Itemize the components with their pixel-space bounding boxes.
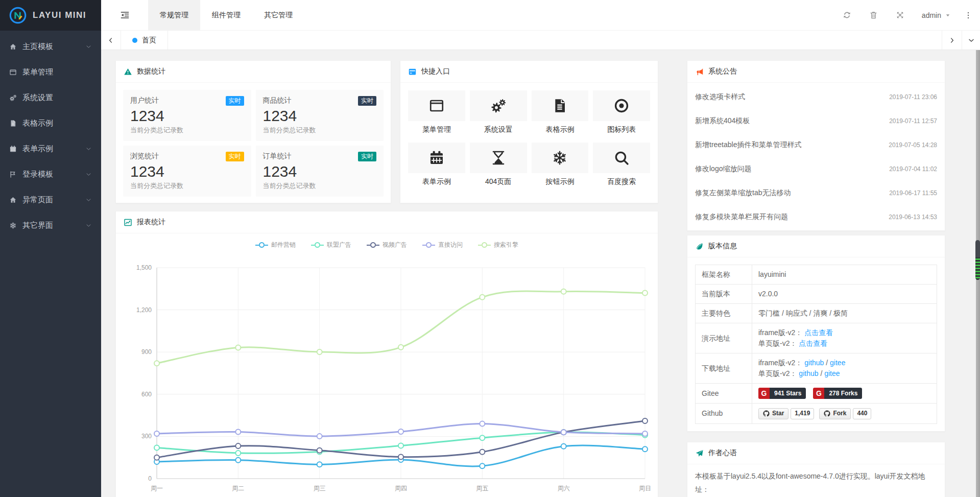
bullhorn-icon [695,67,704,76]
realtime-badge: 实时 [358,96,376,106]
legend-label: 邮件营销 [271,241,296,249]
stat-card-user-stats[interactable]: 用户统计实时1234当前分类总记录数 [123,90,251,141]
sidebar-item-system-settings[interactable]: 系统设置 [0,85,101,110]
nav-item-other-management[interactable]: 其它管理 [252,0,304,30]
github-button-label: Fork [833,408,846,419]
sidebar-item-other-pages[interactable]: 其它界面 [0,212,101,238]
version-row: 下载地址iframe版-v2： github / gitee单页版-v2： gi… [696,353,937,384]
window-icon [408,67,417,76]
collapse-sidebar-button[interactable] [101,0,148,30]
stat-value: 1234 [130,162,244,181]
notice-date: 2019-06-13 14:53 [889,214,937,221]
tabs-scroll-left-button[interactable] [101,31,121,50]
notice-item[interactable]: 新增treetable插件和菜单管理样式2019-07-05 14:28 [695,133,937,157]
chevron-down-icon [85,171,92,178]
tabs-menu-button[interactable] [962,31,980,50]
tabs-scroll-right-button[interactable] [942,31,962,50]
refresh-button[interactable] [834,0,861,30]
stat-value: 1234 [263,162,377,181]
link-点击查看[interactable]: 点击查看 [799,339,827,347]
gitee-badge[interactable]: G278 Forks [813,388,862,399]
quick-item-baidu-search[interactable]: 百度搜索 [593,143,650,186]
author-body: 本模板基于layui2.5.4以及font-awesome-4.7.0进行实现。… [687,464,945,497]
brand-title: LAYUI MINI [33,10,86,20]
stat-title: 浏览统计 [130,152,159,161]
legend-item-1[interactable]: 邮件营销 [255,241,296,249]
legend-item-5[interactable]: 搜索引擎 [478,241,518,249]
gitee-logo-icon: G [758,388,770,399]
github-star-count[interactable]: 1,419 [791,408,814,419]
legend-item-2[interactable]: 联盟广告 [311,241,351,249]
tab-bar: 首页 [101,31,980,50]
svg-text:周二: 周二 [232,485,244,492]
notice-item[interactable]: 新增系统404模板2019-07-11 12:57 [695,109,937,133]
stat-value: 1234 [130,106,244,126]
stat-card-order-stats[interactable]: 订单统计实时1234当前分类总记录数 [256,146,384,197]
author-words-panel: 作者心语 本模板基于layui2.5.4以及font-awesome-4.7.0… [687,442,945,497]
quick-item-system-settings[interactable]: 系统设置 [470,90,527,134]
link-github[interactable]: github [799,369,818,377]
link-gitee[interactable]: gitee [824,369,840,377]
gitee-badge[interactable]: G941 Stars [758,388,806,399]
clear-cache-button[interactable] [861,0,887,30]
brand-logo[interactable]: LAYUI MINI [0,0,101,31]
svg-text:周四: 周四 [395,485,407,492]
notice-item[interactable]: 修改logo缩放问题2019-07-04 11:02 [695,157,937,181]
link-点击查看[interactable]: 点击查看 [804,328,833,337]
quick-item-page-404[interactable]: 404页面 [470,143,527,186]
github-star-button[interactable]: Star [758,408,788,419]
chart-legend: 邮件营销联盟广告视频广告直接访问搜索引擎 [116,241,658,249]
dotcircle-icon [613,98,630,114]
link-github[interactable]: github [804,359,824,367]
version-row-label: 主要特色 [696,304,752,323]
notice-date: 2019-07-11 12:57 [889,117,937,125]
notice-item[interactable]: 修改选项卡样式2019-07-11 23:06 [695,85,937,109]
nav-item-general-management[interactable]: 常规管理 [148,0,200,30]
outdent-icon [120,10,130,20]
quick-item-button-example[interactable]: 按钮示例 [532,143,589,186]
user-dropdown[interactable]: admin [914,0,959,30]
quick-item-menu-management[interactable]: 菜单管理 [408,90,465,134]
quick-item-icon-list[interactable]: 图标列表 [593,90,650,134]
version-row-label: 当前版本 [696,285,752,304]
gitee-badge-label: 278 Forks [824,388,862,399]
tab-home[interactable]: 首页 [121,31,168,50]
panel-header: 系统公告 [687,61,945,83]
svg-text:周五: 周五 [476,485,488,492]
fullscreen-button[interactable] [887,0,914,30]
notice-date: 2019-06-17 11:55 [889,190,937,197]
github-fork-button[interactable]: Fork [819,408,851,419]
version-table-wrap: 框架名称layuimini当前版本v2.0.0主要特色零门槛 / 响应式 / 清… [687,257,945,431]
sidebar-item-login-templates[interactable]: 登录模板 [0,161,101,187]
notice-item[interactable]: 修复多模块菜单栏展开有问题2019-06-13 14:53 [695,205,937,229]
legend-item-4[interactable]: 直接访问 [422,241,463,249]
link-gitee[interactable]: gitee [830,359,845,367]
legend-item-3[interactable]: 视频广告 [367,241,407,249]
version-row-value: v2.0.0 [752,285,937,304]
refresh-icon [843,11,851,19]
quick-item-table-example[interactable]: 表格示例 [532,90,589,134]
stat-card-goods-stats[interactable]: 商品统计实时1234当前分类总记录数 [256,90,384,141]
ellipsis-vertical-icon [964,11,972,19]
notice-item[interactable]: 修复左侧菜单缩放tab无法移动2019-06-17 11:55 [695,181,937,205]
nav-item-component-management[interactable]: 组件管理 [200,0,252,30]
version-row-value: G941 StarsG278 Forks [752,384,937,404]
notice-text: 修改logo缩放问题 [695,164,751,174]
stat-card-view-stats[interactable]: 浏览统计实时1234当前分类总记录数 [123,146,251,197]
notice-list: 修改选项卡样式2019-07-11 23:06新增系统404模板2019-07-… [687,83,945,231]
hourglass-icon [490,150,507,166]
sidebar-item-table-examples[interactable]: 表格示例 [0,110,101,136]
username: admin [922,11,941,19]
sidebar-item-home-templates[interactable]: 主页模板 [0,34,101,59]
scrollbar-thumb[interactable] [975,240,980,280]
quick-item-form-example[interactable]: 表单示例 [408,143,465,186]
github-fork-count[interactable]: 440 [853,408,871,419]
notice-text: 修复左侧菜单缩放tab无法移动 [695,188,791,198]
more-menu-button[interactable] [959,0,977,30]
sidebar-item-menu-management[interactable]: 菜单管理 [0,59,101,85]
version-row-label: 框架名称 [696,265,752,285]
sidebar-item-form-examples[interactable]: 表单示例 [0,136,101,161]
version-table: 框架名称layuimini当前版本v2.0.0主要特色零门槛 / 响应式 / 清… [695,265,937,424]
tab-home-label: 首页 [142,36,156,45]
sidebar-item-error-pages[interactable]: 异常页面 [0,187,101,212]
